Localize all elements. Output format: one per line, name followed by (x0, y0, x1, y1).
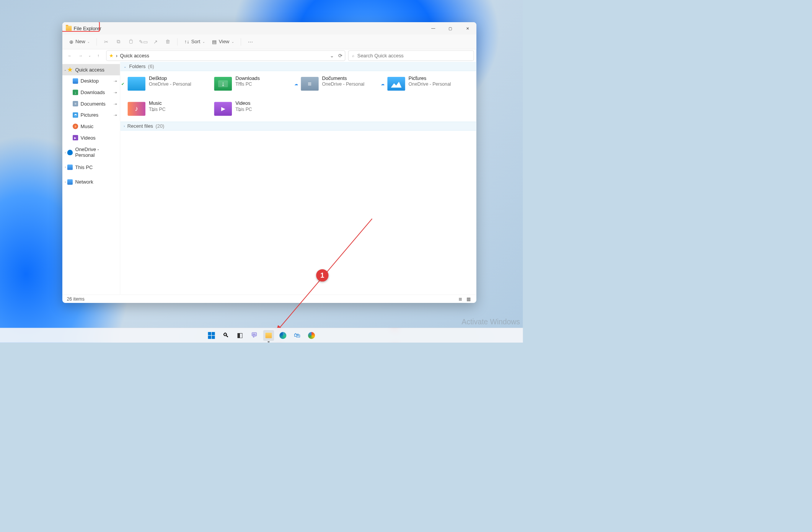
sidebar-item-music[interactable]: Music (62, 121, 120, 132)
scissors-icon: ✂ (104, 39, 108, 44)
folder-tile-desktop[interactable]: ✔DesktopOneDrive - Personal📌︎ (128, 75, 209, 92)
command-bar: ⊕ New ⌄ ✂ ⧉ 📋︎ ✎▭ ↗ 🗑︎ (62, 34, 476, 49)
plus-icon: ⊕ (69, 39, 73, 44)
sidebar-item-this-pc[interactable]: ›This PC (62, 161, 120, 173)
pc-icon (67, 164, 73, 170)
window-controls: — ▢ ✕ (425, 22, 476, 34)
tile-name: Downloads (235, 75, 260, 81)
sort-button[interactable]: ↑↓ Sort ⌄ (181, 37, 208, 47)
sidebar-item-videos[interactable]: Videos (62, 132, 120, 143)
sidebar-item-quick-access[interactable]: ⌄Quick access (62, 64, 120, 75)
folder-tile-pictures[interactable]: ☁PicturesOneDrive - Personal📌︎ (387, 75, 469, 92)
sidebar-item-downloads[interactable]: Downloads📌︎ (62, 87, 120, 98)
pin-icon: 📌︎ (113, 89, 119, 95)
share-button[interactable]: ↗ (150, 37, 161, 47)
search-box[interactable]: ⌕ (348, 50, 474, 61)
taskview-icon: ◧ (236, 332, 244, 339)
trash-icon: 🗑︎ (165, 39, 170, 45)
expander-icon[interactable]: › (64, 180, 67, 184)
breadcrumb-sep: › (116, 53, 117, 59)
group-header-folders[interactable]: ⌄ Folders (6) (120, 62, 476, 71)
tile-location: OneDrive - Personal (149, 81, 191, 87)
pin-icon: 📌︎ (113, 78, 119, 84)
details-view-button[interactable]: ≣ (458, 296, 463, 302)
forward-button[interactable]: → (76, 51, 86, 61)
sidebar-item-label: Quick access (75, 67, 104, 73)
up-button[interactable]: ↑ (93, 51, 103, 61)
chevron-down-icon: ⌄ (232, 40, 234, 44)
sidebar-item-label: Pictures (81, 112, 99, 118)
net-icon (67, 179, 73, 185)
folder-tile-videos[interactable]: VideosThis PC📌︎ (214, 101, 296, 117)
folder-icon (387, 77, 405, 91)
minimize-button[interactable]: — (425, 22, 442, 34)
close-button[interactable]: ✕ (459, 22, 476, 34)
group-header-recent[interactable]: › Recent files (20) (120, 122, 476, 130)
sidebar-item-documents[interactable]: Documents📌︎ (62, 98, 120, 109)
store-icon: 🛍︎ (293, 332, 301, 339)
back-button[interactable]: ← (65, 51, 75, 61)
new-button[interactable]: ⊕ New ⌄ (66, 37, 93, 47)
window-title-tab: File Explorer (66, 26, 101, 31)
thumbnails-view-button[interactable]: ▦ (466, 296, 472, 302)
view-label: View (219, 39, 230, 45)
sidebar-item-onedrive-personal[interactable]: ›OneDrive - Personal (62, 147, 120, 158)
sidebar-item-label: Network (75, 179, 93, 185)
item-count: 26 items (67, 296, 85, 301)
cut-button[interactable]: ✂ (101, 37, 111, 47)
sidebar-item-pictures[interactable]: Pictures📌︎ (62, 109, 120, 121)
chevron-down-icon: ⌄ (124, 65, 127, 68)
taskbar-explorer[interactable] (263, 330, 274, 341)
taskbar-store[interactable]: 🛍︎ (292, 330, 302, 341)
folder-tile-downloads[interactable]: DownloadsThis PC📌︎ (214, 75, 296, 92)
folder-icon (128, 77, 145, 91)
search-icon: 🔍︎ (222, 332, 229, 339)
rename-button[interactable]: ✎▭ (138, 37, 148, 47)
tile-name: Videos (235, 101, 252, 106)
star-icon: ★ (109, 53, 114, 59)
copy-button[interactable]: ⧉ (113, 37, 124, 47)
sidebar-item-label: This PC (75, 164, 93, 170)
expander-icon[interactable]: ⌄ (64, 68, 67, 72)
refresh-button[interactable]: ⟳ (338, 53, 342, 59)
sidebar-item-label: Documents (81, 101, 106, 107)
taskbar-start[interactable] (206, 330, 217, 341)
taskbar-search[interactable]: 🔍︎ (220, 330, 231, 341)
chevron-down-icon: ⌄ (87, 40, 90, 44)
taskbar-chat[interactable]: 💬︎ (249, 330, 259, 341)
more-button[interactable]: ⋯ (245, 37, 256, 47)
folder-icon (265, 332, 272, 339)
breadcrumb-path[interactable]: Quick access (120, 53, 149, 59)
sidebar-item-network[interactable]: ›Network (62, 176, 120, 188)
paste-button[interactable]: 📋︎ (126, 37, 136, 47)
address-bar[interactable]: ★ › Quick access ⌄ ⟳ (106, 50, 346, 61)
maximize-button[interactable]: ▢ (442, 22, 459, 34)
arrow-right-icon: → (78, 54, 82, 58)
content-area: ⌄ Folders (6) ✔DesktopOneDrive - Persona… (120, 62, 476, 294)
status-bar: 26 items ≣ ▦ (62, 294, 476, 303)
taskbar-browser[interactable] (306, 330, 317, 341)
view-button[interactable]: ▤ View ⌄ (209, 37, 237, 47)
sidebar-item-desktop[interactable]: Desktop📌︎ (62, 75, 120, 87)
vids-icon (73, 135, 78, 140)
expander-icon[interactable]: › (64, 165, 67, 169)
nav-pane: ⌄Quick accessDesktop📌︎Downloads📌︎Documen… (62, 62, 120, 294)
separator (96, 38, 97, 45)
search-input[interactable] (357, 53, 470, 59)
folder-icon (128, 102, 145, 116)
dl-icon (73, 89, 78, 95)
address-dropdown[interactable]: ⌄ (330, 53, 334, 59)
titlebar[interactable]: File Explorer — ▢ ✕ (62, 22, 476, 34)
taskbar-taskview[interactable]: ◧ (235, 330, 245, 341)
browser-icon (308, 332, 315, 339)
folder-tile-music[interactable]: MusicThis PC📌︎ (128, 101, 209, 117)
separator (241, 38, 241, 45)
delete-button[interactable]: 🗑︎ (162, 37, 173, 47)
taskbar-edge[interactable] (277, 330, 288, 341)
separator (177, 38, 178, 45)
expander-icon[interactable]: › (64, 151, 67, 155)
taskbar[interactable]: 🔍︎◧💬︎🛍︎ (0, 328, 523, 343)
sort-icon: ↑↓ (184, 39, 189, 45)
folder-tile-documents[interactable]: ☁DocumentsOneDrive - Personal📌︎ (301, 75, 382, 92)
recent-dropdown[interactable]: ⌄ (86, 51, 92, 61)
